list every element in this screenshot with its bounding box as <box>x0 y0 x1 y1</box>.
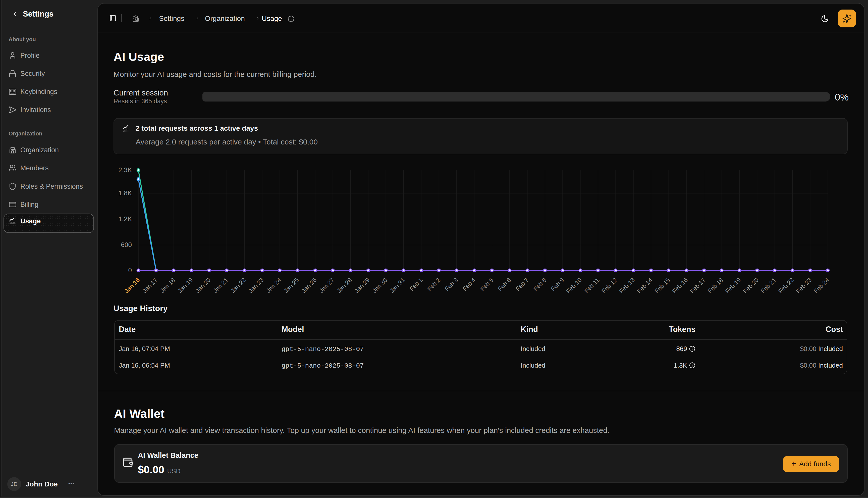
svg-text:1.8K: 1.8K <box>119 189 132 197</box>
svg-text:Jan 19: Jan 19 <box>176 276 194 294</box>
svg-text:Feb 8: Feb 8 <box>532 276 548 292</box>
svg-text:Jan 31: Jan 31 <box>389 276 406 294</box>
svg-text:Feb 15: Feb 15 <box>653 276 671 294</box>
svg-text:Feb 11: Feb 11 <box>583 276 601 294</box>
svg-text:Feb 20: Feb 20 <box>742 276 760 294</box>
svg-text:Feb 22: Feb 22 <box>777 276 795 294</box>
svg-text:Feb 10: Feb 10 <box>565 276 583 294</box>
svg-text:Feb 12: Feb 12 <box>600 276 618 294</box>
svg-text:Jan 21: Jan 21 <box>212 276 229 294</box>
svg-text:1.2K: 1.2K <box>119 215 132 223</box>
svg-text:Jan 16: Jan 16 <box>123 276 141 294</box>
svg-text:Jan 28: Jan 28 <box>336 276 353 294</box>
svg-text:Feb 6: Feb 6 <box>496 276 512 292</box>
svg-text:2.3K: 2.3K <box>119 166 132 174</box>
svg-text:Feb 3: Feb 3 <box>443 276 459 292</box>
svg-text:Feb 1: Feb 1 <box>408 276 424 292</box>
svg-text:Jan 29: Jan 29 <box>353 276 371 294</box>
svg-text:0: 0 <box>128 266 132 274</box>
svg-text:Feb 23: Feb 23 <box>794 276 813 294</box>
svg-text:600: 600 <box>121 241 132 249</box>
svg-text:Feb 19: Feb 19 <box>724 276 742 294</box>
svg-text:Jan 26: Jan 26 <box>300 276 318 294</box>
svg-text:Feb 2: Feb 2 <box>426 276 442 292</box>
svg-text:Jan 22: Jan 22 <box>229 276 247 294</box>
svg-text:Jan 24: Jan 24 <box>265 276 282 294</box>
svg-text:Feb 18: Feb 18 <box>706 276 724 294</box>
svg-text:Feb 5: Feb 5 <box>479 276 495 292</box>
svg-text:Jan 23: Jan 23 <box>247 276 265 294</box>
svg-text:Jan 18: Jan 18 <box>159 276 176 294</box>
svg-text:Feb 24: Feb 24 <box>813 276 831 294</box>
svg-text:Feb 7: Feb 7 <box>515 276 530 292</box>
svg-text:Jan 25: Jan 25 <box>282 276 300 294</box>
svg-text:Feb 13: Feb 13 <box>618 276 636 294</box>
svg-text:Jan 17: Jan 17 <box>141 276 159 294</box>
svg-text:Feb 14: Feb 14 <box>636 276 654 294</box>
svg-text:Feb 21: Feb 21 <box>759 276 777 294</box>
svg-text:Jan 30: Jan 30 <box>371 276 389 294</box>
svg-text:Jan 20: Jan 20 <box>194 276 212 294</box>
svg-text:Feb 17: Feb 17 <box>689 276 707 294</box>
svg-text:Feb 9: Feb 9 <box>549 276 565 292</box>
svg-text:Feb 16: Feb 16 <box>671 276 689 294</box>
svg-text:Jan 27: Jan 27 <box>318 276 336 294</box>
svg-text:Feb 4: Feb 4 <box>461 276 477 292</box>
